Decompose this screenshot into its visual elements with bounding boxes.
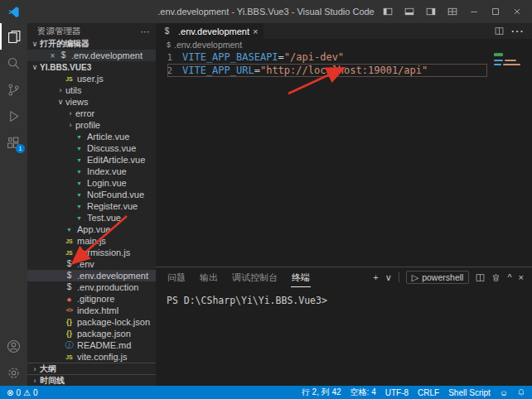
code-editor[interactable]: 1 VITE_APP_BASEAPI="/api-dev" 2 VITE_APP… <box>156 50 532 267</box>
more-actions-icon[interactable]: ⋯ <box>141 26 150 36</box>
cursor-position[interactable]: 行 2, 列 42 <box>302 387 341 398</box>
tree-item-env-production[interactable]: $.env.production <box>27 281 156 293</box>
vue-file-icon: ▼ <box>74 169 85 175</box>
json-file-icon: {} <box>64 319 75 326</box>
error-count: 0 <box>16 388 21 397</box>
tree-item-user-js[interactable]: JSuser.js <box>27 73 156 84</box>
env-file-icon: $ <box>58 51 69 60</box>
minimize-icon[interactable] <box>464 2 484 22</box>
chevron-right-icon: › <box>65 109 75 118</box>
editor-more-actions-icon[interactable]: ⋯ <box>510 23 524 39</box>
run-icon: ▷ <box>412 273 418 282</box>
terminal-output[interactable]: PS D:\CSharp\Yi\Yi.BBS.Vue3> <box>156 287 532 306</box>
tree-item-test-vue[interactable]: ▼Test.vue <box>27 212 156 224</box>
tree-item-article-vue[interactable]: ▼Article.vue <box>27 131 156 142</box>
run-debug-icon[interactable] <box>0 103 27 129</box>
env-file-icon: $ <box>162 27 172 36</box>
tree-item-login-vue[interactable]: ▼Login.vue <box>27 177 156 189</box>
account-icon[interactable] <box>0 333 27 359</box>
js-file-icon: JS <box>64 250 75 256</box>
tree-folder-utils[interactable]: ›utils <box>27 84 156 96</box>
split-editor-icon[interactable] <box>495 24 504 39</box>
vue-file-icon: ▼ <box>74 180 85 186</box>
tree-item-env[interactable]: $.env <box>27 258 156 270</box>
tree-item-vite-config-js[interactable]: JSvite.config.js <box>27 351 156 363</box>
explorer-icon[interactable] <box>0 23 27 50</box>
project-root-header[interactable]: ∨ YI.BBS.VUE3 <box>27 61 156 73</box>
indentation-setting[interactable]: 空格: 4 <box>351 387 376 398</box>
timeline-section-header[interactable]: › 时间线 <box>27 374 156 386</box>
panel-tab-debug-console[interactable]: 调试控制台 <box>231 268 278 286</box>
tree-item-permission-js[interactable]: JSpermission.js <box>27 247 156 258</box>
bottom-panel: 问题 输出 调试控制台 终端 + ∨ ▷ powershell <box>156 267 532 386</box>
tree-item-index-html[interactable]: <>index.html <box>27 305 156 316</box>
tree-item-register-vue[interactable]: ▼Register.vue <box>27 200 156 212</box>
vue-file-icon: ▼ <box>74 215 85 221</box>
new-terminal-icon[interactable]: + <box>373 273 378 282</box>
toggle-sidebar-icon[interactable] <box>378 2 398 22</box>
close-panel-icon[interactable]: × <box>519 273 524 282</box>
explorer-sidebar: 资源管理器 ⋯ ∨ 打开的编辑器 × $ .env.development ∨ … <box>27 23 156 386</box>
tree-item-notfound-vue[interactable]: ▼NotFound.vue <box>27 189 156 200</box>
panel-tab-output[interactable]: 输出 <box>199 268 219 286</box>
search-icon[interactable] <box>0 50 27 76</box>
line-number: 1 <box>161 52 172 63</box>
maximize-icon[interactable] <box>486 2 505 22</box>
tree-folder-views[interactable]: ∨views <box>27 96 156 108</box>
customize-layout-icon[interactable] <box>443 2 462 22</box>
tree-item-readme-md[interactable]: ⓘREADME.md <box>27 339 156 351</box>
warning-count: 0 <box>33 388 38 397</box>
toggle-secondary-sidebar-icon[interactable] <box>421 2 441 22</box>
toggle-panel-icon[interactable] <box>399 2 419 22</box>
kill-terminal-icon[interactable] <box>491 273 501 282</box>
tree-item-index-vue[interactable]: ▼Index.vue <box>27 166 156 177</box>
tree-item-editarticle-vue[interactable]: ▼EditArticle.vue <box>27 154 156 166</box>
maximize-panel-icon[interactable]: ^ <box>507 273 511 282</box>
breadcrumb-filename: .env.development <box>174 40 242 50</box>
breadcrumb[interactable]: $ .env.development <box>156 39 532 50</box>
feedback-smiley-icon[interactable]: ☺ <box>500 388 508 397</box>
main-area: 1 资源管理器 ⋯ ∨ 打开的编辑器 × $ .env.development <box>0 23 532 386</box>
env-file-icon: $ <box>64 260 75 268</box>
source-control-icon[interactable] <box>0 76 27 103</box>
vue-file-icon: ▼ <box>64 227 75 233</box>
terminal-dropdown-icon[interactable]: ∨ <box>385 273 392 282</box>
outline-section-header[interactable]: › 大纲 <box>27 363 156 374</box>
tree-folder-error[interactable]: ›error <box>27 108 156 119</box>
tab-env-development[interactable]: $ .env.development × <box>156 23 264 39</box>
settings-gear-icon[interactable] <box>0 359 27 386</box>
language-mode[interactable]: Shell Script <box>448 388 491 397</box>
encoding-setting[interactable]: UTF-8 <box>385 388 409 397</box>
tree-item-main-js[interactable]: JSmain.js <box>27 235 156 247</box>
open-editors-header[interactable]: ∨ 打开的编辑器 <box>27 38 156 50</box>
tree-item-env-development[interactable]: $.env.development <box>27 270 156 281</box>
eol-setting[interactable]: CRLF <box>418 388 439 397</box>
separator <box>399 272 399 282</box>
markdown-info-icon: ⓘ <box>64 341 75 349</box>
extensions-icon[interactable]: 1 <box>0 129 27 156</box>
chevron-right-icon: › <box>30 377 40 385</box>
js-file-icon: JS <box>64 354 75 360</box>
open-editor-item[interactable]: × $ .env.development <box>27 50 156 61</box>
equals-operator: = <box>278 51 284 63</box>
tree-item-discuss-vue[interactable]: ▼Discuss.vue <box>27 142 156 154</box>
panel-tab-problems[interactable]: 问题 <box>167 268 186 286</box>
tab-close-icon[interactable]: × <box>253 26 258 36</box>
panel-tab-terminal[interactable]: 终端 <box>291 268 311 287</box>
notifications-bell-icon[interactable] <box>517 388 525 397</box>
minimap[interactable] <box>494 52 525 72</box>
tree-item-app-vue[interactable]: ▼App.vue <box>27 224 156 235</box>
tree-item-package-lock-json[interactable]: {}package-lock.json <box>27 316 156 328</box>
close-editor-icon[interactable]: × <box>47 51 58 60</box>
activity-bar: 1 <box>0 23 27 386</box>
close-icon[interactable] <box>507 2 527 22</box>
line-number: 2 <box>161 65 172 76</box>
split-terminal-icon[interactable] <box>476 273 485 282</box>
tree-item-gitignore[interactable]: ◆.gitignore <box>27 293 156 305</box>
tree-folder-profile[interactable]: ›profile <box>27 119 156 131</box>
equals-operator: = <box>254 65 260 76</box>
shell-selector[interactable]: ▷ powershell <box>406 271 470 284</box>
tree-item-package-json[interactable]: {}package.json <box>27 328 156 339</box>
problems-indicator[interactable]: ⊗ 0 ⚠ 0 <box>7 388 37 397</box>
terminal-actions: + ∨ ▷ powershell ^ <box>373 271 532 284</box>
